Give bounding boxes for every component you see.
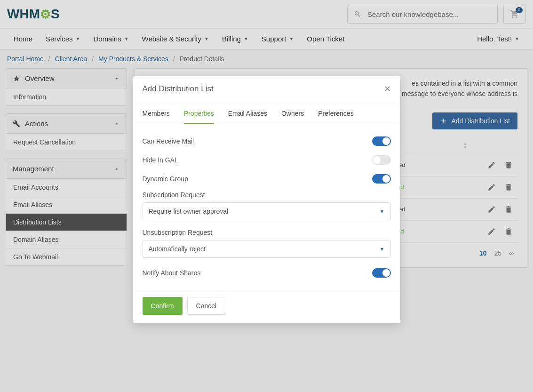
toggle-hide-in-gal[interactable] <box>372 155 391 165</box>
modal-tabs: Members Properties Email Aliases Owners … <box>133 102 400 124</box>
label-dynamic-group: Dynamic Group <box>143 175 372 183</box>
cancel-button[interactable]: Cancel <box>187 297 226 315</box>
select-value: Require list owner approval <box>149 208 380 215</box>
chevron-down-icon: ▼ <box>380 246 385 252</box>
label-hide-in-gal: Hide In GAL <box>143 156 372 164</box>
label-unsubscription-request: Unsubscription Request <box>143 229 391 236</box>
chevron-down-icon: ▼ <box>380 208 385 214</box>
confirm-button[interactable]: Confirm <box>143 297 183 315</box>
tab-email-aliases[interactable]: Email Aliases <box>228 110 267 124</box>
toggle-notify-shares[interactable] <box>372 268 391 278</box>
tab-owners[interactable]: Owners <box>281 110 304 124</box>
close-icon[interactable]: ✕ <box>384 84 391 94</box>
toggle-can-receive-mail[interactable] <box>372 136 391 146</box>
label-can-receive-mail: Can Receive Mail <box>143 137 372 145</box>
label-notify-shares: Notify About Shares <box>143 269 372 277</box>
modal-footer: Confirm Cancel <box>133 290 400 323</box>
modal-overlay: Add Distribution List ✕ Members Properti… <box>0 0 533 392</box>
select-subscription-request[interactable]: Require list owner approval ▼ <box>143 202 391 220</box>
tab-properties[interactable]: Properties <box>184 110 214 124</box>
select-value: Automatically reject <box>149 245 380 253</box>
select-unsubscription-request[interactable]: Automatically reject ▼ <box>143 240 391 258</box>
modal-header: Add Distribution List ✕ <box>133 76 400 102</box>
label-subscription-request: Subscription Request <box>143 191 391 199</box>
toggle-dynamic-group[interactable] <box>372 174 391 184</box>
modal-title: Add Distribution List <box>143 84 214 94</box>
tab-members[interactable]: Members <box>143 110 170 124</box>
tab-preferences[interactable]: Preferences <box>318 110 353 124</box>
add-distribution-list-modal: Add Distribution List ✕ Members Properti… <box>133 76 400 323</box>
modal-body: Can Receive Mail Hide In GAL Dynamic Gro… <box>133 124 400 290</box>
